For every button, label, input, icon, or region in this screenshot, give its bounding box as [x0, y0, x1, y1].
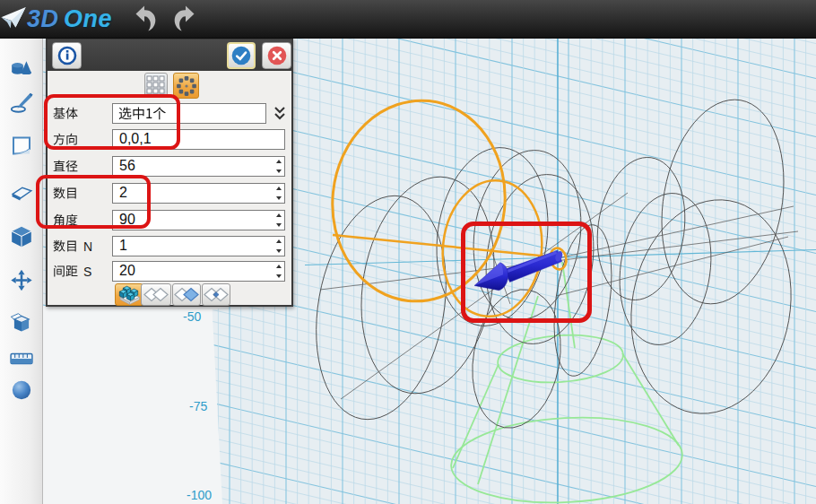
- svg-text:S: S: [83, 265, 91, 279]
- svg-text:N: N: [83, 239, 92, 254]
